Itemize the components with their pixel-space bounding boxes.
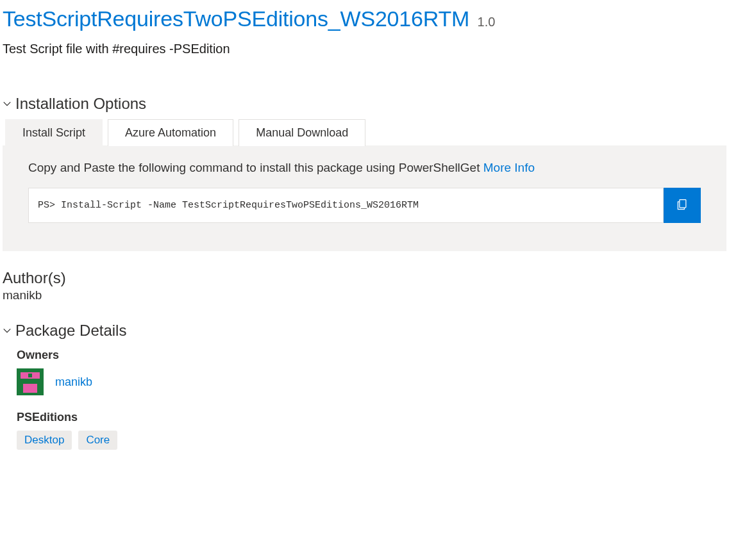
svg-rect-0 (680, 200, 686, 208)
install-instruction: Copy and Paste the following command to … (28, 161, 480, 174)
install-command[interactable]: PS> Install-Script -Name TestScriptRequi… (28, 188, 664, 223)
copy-icon (676, 197, 689, 213)
pseditions-tags: Desktop Core (17, 431, 726, 450)
authors-value: manikb (3, 288, 726, 302)
owner-link[interactable]: manikb (55, 375, 92, 389)
psedition-tag-desktop[interactable]: Desktop (17, 431, 72, 450)
authors-label: Author(s) (3, 269, 726, 287)
package-title[interactable]: TestScriptRequiresTwoPSEditions_WS2016RT… (3, 6, 469, 31)
installation-options-header[interactable]: Installation Options (3, 95, 726, 113)
tab-install-script[interactable]: Install Script (5, 119, 103, 146)
install-instruction-row: Copy and Paste the following command to … (28, 161, 701, 175)
copy-button[interactable] (664, 188, 701, 223)
package-title-row: TestScriptRequiresTwoPSEditions_WS2016RT… (3, 6, 726, 31)
authors-block: Author(s) manikb (3, 269, 726, 302)
install-panel: Copy and Paste the following command to … (3, 145, 726, 251)
pseditions-label: PSEditions (17, 411, 726, 424)
package-description: Test Script file with #requires -PSEditi… (3, 42, 726, 56)
owner-row: manikb (17, 368, 726, 395)
package-version: 1.0 (478, 15, 496, 29)
chevron-down-icon (3, 326, 12, 335)
more-info-link[interactable]: More Info (483, 161, 535, 174)
psedition-tag-core[interactable]: Core (78, 431, 117, 450)
package-details-header[interactable]: Package Details (3, 322, 726, 340)
chevron-down-icon (3, 99, 12, 108)
tab-azure-automation[interactable]: Azure Automation (108, 119, 233, 146)
package-details-title: Package Details (15, 322, 126, 340)
owners-label: Owners (17, 349, 726, 362)
owner-avatar[interactable] (17, 368, 44, 395)
install-tabs: Install Script Azure Automation Manual D… (5, 119, 726, 146)
tab-manual-download[interactable]: Manual Download (239, 119, 365, 146)
installation-options-title: Installation Options (15, 95, 146, 113)
